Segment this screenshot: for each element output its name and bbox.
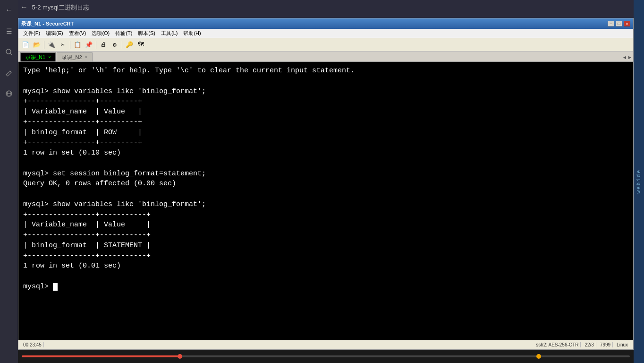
menu-tools[interactable]: 工具(L) — [158, 29, 180, 38]
tab-nav-buttons: ◄ ► — [623, 55, 631, 61]
tab-n1[interactable]: 录课_N1 × — [20, 52, 56, 61]
securecrt-title: 录课_N1 - SecureCRT — [21, 20, 74, 27]
tab-n1-label: 录课_N1 — [25, 54, 45, 61]
status-rows: 7999 — [598, 342, 613, 347]
left-sidebar: ← ☰ — [0, 0, 18, 363]
progress-fill — [22, 355, 180, 357]
right-sidebar: Webide — [634, 0, 644, 363]
menu-view[interactable]: 查看(V) — [66, 29, 89, 38]
toolbar-key[interactable]: 🔑 — [124, 40, 135, 50]
status-time: 00:23:45 — [21, 342, 44, 347]
tab-n2-close[interactable]: × — [85, 55, 87, 60]
toolbar-sep2 — [70, 41, 70, 49]
right-sidebar-label: Webide — [636, 169, 642, 194]
status-bar: 00:23:45 ssh2: AES-256-CTR 22/3 7999 Lin… — [18, 340, 633, 349]
progress-bar[interactable] — [22, 355, 630, 357]
tabs-container: 录课_N1 × 录课_N2 × — [20, 52, 93, 61]
toolbar-sep1 — [44, 41, 44, 49]
menu-script[interactable]: 脚本(S) — [135, 29, 158, 38]
menu-edit[interactable]: 编辑(E) — [43, 29, 66, 38]
toolbar-disconnect[interactable]: ✂ — [58, 40, 68, 50]
terminal-area[interactable]: Type 'help;' or '\h' for help. Type '\c'… — [18, 62, 633, 340]
toolbar: 📄 📂 🔌 ✂ 📋 📌 🖨 ⚙ 🔑 🗺 — [18, 38, 633, 52]
app-background: ← ☰ Webide ← — [0, 0, 644, 363]
menu-help[interactable]: 帮助(H) — [180, 29, 203, 38]
title-back-button[interactable]: ← — [22, 3, 26, 12]
tab-scroll-right[interactable]: ► — [628, 55, 631, 60]
menu-file[interactable]: 文件(F) — [20, 29, 43, 38]
toolbar-print[interactable]: 🖨 — [98, 40, 109, 50]
close-button[interactable]: ✕ — [624, 21, 630, 26]
app-title-bar: ← 5-2 mysql二进制日志 — [18, 0, 634, 15]
securecrt-window: 录课_N1 - SecureCRT ─ □ ✕ 文件(F) 编辑(E) 查看(V… — [18, 18, 634, 350]
globe-sidebar-icon[interactable] — [2, 87, 16, 100]
hamburger-icon[interactable]: ☰ — [2, 25, 16, 38]
toolbar-sep4 — [122, 41, 122, 49]
menu-bar: 文件(F) 编辑(E) 查看(V) 选项(O) 传输(T) 脚本(S) 工具(L… — [18, 29, 633, 38]
toolbar-paste[interactable]: 📌 — [84, 40, 94, 50]
search-sidebar-icon[interactable] — [2, 45, 16, 59]
toolbar-sep3 — [96, 41, 96, 49]
video-progress-area[interactable] — [18, 350, 634, 363]
toolbar-copy[interactable]: 📋 — [72, 40, 83, 50]
toolbar-settings[interactable]: ⚙ — [110, 40, 120, 50]
menu-options[interactable]: 选项(O) — [89, 29, 112, 38]
tab-n1-close[interactable]: × — [48, 55, 51, 60]
svg-point-0 — [6, 49, 11, 54]
securecrt-titlebar: 录课_N1 - SecureCRT ─ □ ✕ — [18, 18, 633, 29]
terminal-cursor — [53, 283, 58, 291]
svg-line-1 — [10, 53, 12, 55]
pencil-sidebar-icon[interactable] — [2, 66, 16, 79]
tab-scroll-left[interactable]: ◄ — [623, 55, 627, 60]
status-encryption: ssh2: AES-256-CTR — [534, 342, 581, 347]
progress-marker-current — [178, 354, 182, 359]
status-right: ssh2: AES-256-CTR 22/3 7999 Linux — [534, 342, 630, 347]
status-position: 22/3 — [583, 342, 596, 347]
status-os: Linux — [615, 342, 630, 347]
toolbar-connect[interactable]: 🔌 — [46, 40, 57, 50]
maximize-button[interactable]: □ — [616, 21, 622, 26]
toolbar-map[interactable]: 🗺 — [136, 40, 146, 50]
toolbar-open[interactable]: 📂 — [32, 40, 42, 50]
app-title: 5-2 mysql二进制日志 — [32, 3, 89, 12]
terminal-content: Type 'help;' or '\h' for help. Type '\c'… — [23, 66, 628, 292]
tab-n2-label: 录课_N2 — [62, 54, 82, 61]
tab-n2[interactable]: 录课_N2 × — [57, 52, 92, 61]
progress-marker-end — [536, 354, 541, 359]
menu-transfer[interactable]: 传输(T) — [112, 29, 135, 38]
minimize-button[interactable]: ─ — [608, 21, 614, 26]
back-nav-icon[interactable]: ← — [2, 4, 16, 17]
svg-line-2 — [10, 71, 11, 72]
tab-bar: 录课_N1 × 录课_N2 × ◄ ► — [18, 52, 633, 62]
toolbar-new[interactable]: 📄 — [20, 40, 31, 50]
window-controls: ─ □ ✕ — [608, 21, 630, 26]
status-left: 00:23:45 — [21, 342, 44, 347]
